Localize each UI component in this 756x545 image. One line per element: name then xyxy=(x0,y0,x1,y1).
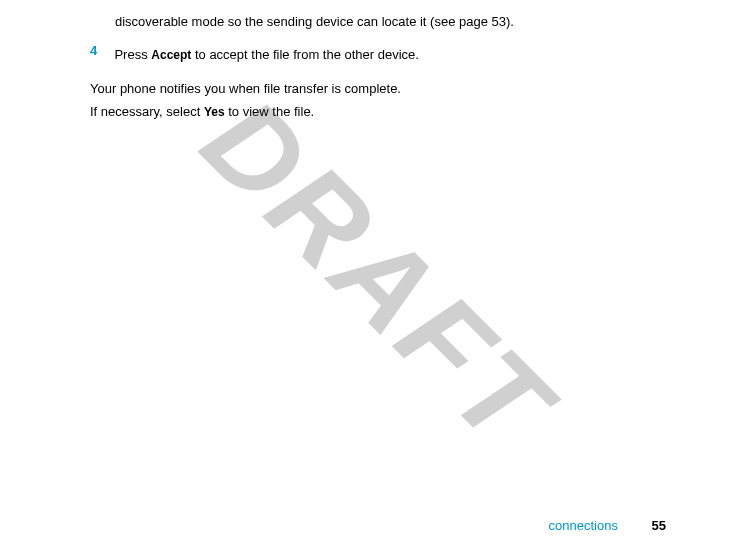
step4-number: 4 xyxy=(90,43,110,58)
body-line2-before: If necessary, select xyxy=(90,104,204,119)
body-line1: Your phone notifies you when file transf… xyxy=(90,77,666,100)
step4-body: Press Accept to accept the file from the… xyxy=(114,43,434,67)
step3-partial-text: discoverable mode so the sending device … xyxy=(115,10,666,33)
footer-section-label: connections xyxy=(549,518,618,533)
body-line2-bold: Yes xyxy=(204,105,225,119)
page-footer: connections 55 xyxy=(549,518,666,533)
body-line2: If necessary, select Yes to view the fil… xyxy=(90,100,666,124)
step4-text-before: Press xyxy=(114,47,151,62)
step4-bold: Accept xyxy=(151,48,191,62)
footer-page-number: 55 xyxy=(652,518,666,533)
step4-text-after: to accept the file from the other device… xyxy=(191,47,419,62)
step4-container: 4 Press Accept to accept the file from t… xyxy=(90,43,666,67)
page-content: discoverable mode so the sending device … xyxy=(0,0,756,134)
body-line2-after: to view the file. xyxy=(225,104,315,119)
